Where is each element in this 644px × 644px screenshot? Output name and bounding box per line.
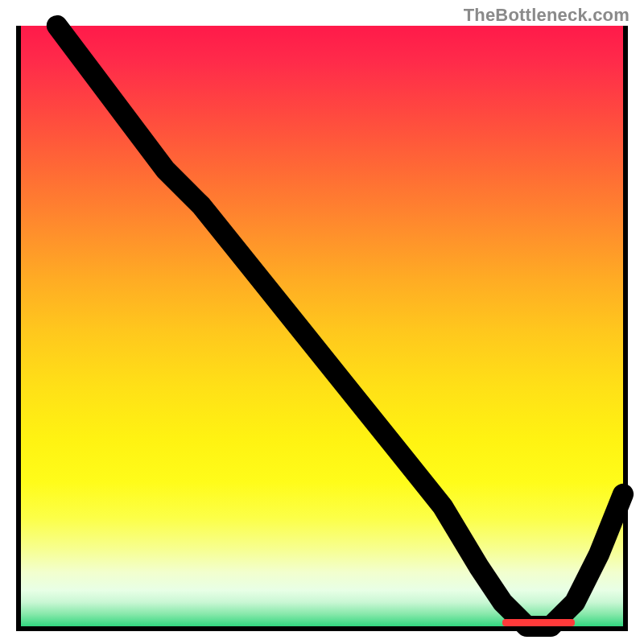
curve-path	[57, 26, 623, 626]
plot-inner	[21, 26, 623, 626]
plot-frame	[16, 26, 628, 631]
watermark-label: TheBottleneck.com	[464, 5, 630, 26]
chart-container: TheBottleneck.com	[0, 0, 644, 644]
curve-svg	[21, 26, 623, 626]
bottom-marker	[502, 619, 575, 626]
